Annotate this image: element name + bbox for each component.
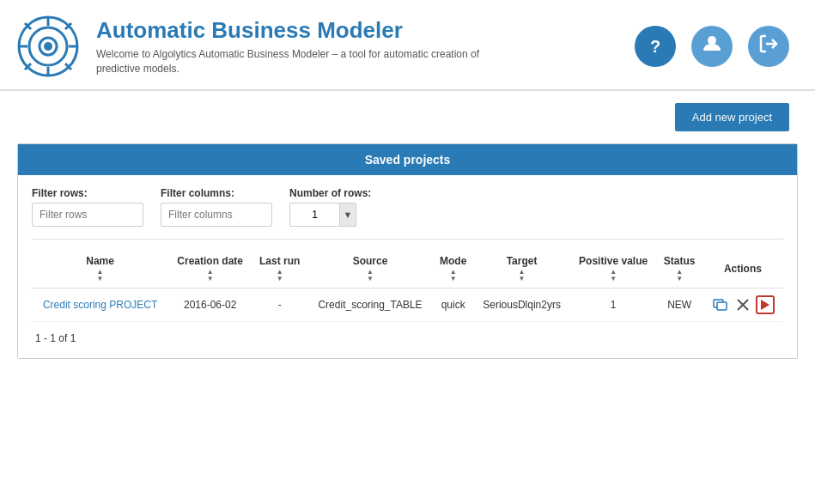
number-rows-dropdown-btn[interactable]: ▼ (339, 203, 356, 227)
panel-title: Saved projects (18, 144, 797, 175)
project-name-link[interactable]: Credit scoring PROJECT (43, 299, 157, 311)
app-title: Automatic Business Modeler (96, 17, 635, 44)
pagination-text: 1 - 1 of 1 (32, 332, 783, 344)
cell-creation-date: 2016-06-02 (168, 288, 252, 322)
cell-status: NEW (657, 288, 702, 322)
sort-positive-value[interactable]: ▲▼ (575, 269, 652, 282)
saved-projects-panel: Saved projects Filter rows: Filter colum… (17, 143, 798, 359)
user-button[interactable] (691, 26, 733, 67)
col-mode: Mode ▲▼ (433, 248, 473, 288)
filter-columns-group: Filter columns: (161, 187, 272, 227)
sort-source[interactable]: ▲▼ (313, 269, 428, 282)
col-source: Source ▲▼ (307, 248, 433, 288)
col-positive-value: Positive value ▲▼ (570, 248, 657, 288)
sort-target[interactable]: ▲▼ (478, 269, 564, 282)
col-actions: Actions (702, 248, 783, 288)
col-creation-date: Creation date ▲▼ (168, 248, 252, 288)
sort-last-run[interactable]: ▲▼ (257, 269, 302, 282)
filter-row: Filter rows: Filter columns: Number of r… (32, 187, 783, 227)
sort-status[interactable]: ▲▼ (662, 269, 697, 282)
number-of-rows-label: Number of rows: (289, 187, 371, 199)
app-subtitle: Welcome to Algolytics Automatic Business… (96, 47, 526, 76)
table-header-row: Name ▲▼ Creation date ▲▼ Last run ▲▼ S (32, 248, 783, 288)
table-divider (32, 239, 783, 240)
cell-mode: quick (433, 288, 473, 322)
filter-columns-input[interactable] (161, 203, 272, 227)
app-logo (17, 15, 79, 77)
cell-last-run: - (252, 288, 307, 322)
app-header: Automatic Business Modeler Welcome to Al… (0, 0, 815, 91)
number-of-rows-group: Number of rows: ▼ (289, 187, 371, 227)
cell-positive-value: 1 (570, 288, 657, 322)
svg-point-11 (44, 42, 52, 51)
filter-rows-label: Filter rows: (32, 187, 143, 199)
header-title-area: Automatic Business Modeler Welcome to Al… (96, 17, 635, 76)
cell-name: Credit scoring PROJECT (32, 288, 168, 322)
cell-actions (702, 288, 783, 322)
col-target: Target ▲▼ (473, 248, 569, 288)
help-button[interactable]: ? (635, 26, 676, 67)
number-rows-wrapper: ▼ (289, 203, 371, 227)
logout-icon (758, 33, 779, 59)
action-icons-group (708, 295, 778, 314)
sort-name[interactable]: ▲▼ (37, 269, 163, 282)
col-last-run: Last run ▲▼ (252, 248, 307, 288)
cell-target: SeriousDlqin2yrs (473, 288, 569, 322)
col-status: Status ▲▼ (657, 248, 702, 288)
filter-rows-group: Filter rows: (32, 187, 143, 227)
run-action-button[interactable] (756, 295, 775, 314)
user-icon (702, 33, 722, 59)
copy-action-button[interactable] (711, 295, 730, 314)
add-new-project-button[interactable]: Add new project (675, 103, 789, 131)
delete-action-button[interactable] (733, 295, 752, 314)
table-row: Credit scoring PROJECT2016-06-02-Credit_… (32, 288, 783, 322)
logo-area (17, 15, 79, 77)
logout-button[interactable] (748, 26, 789, 67)
header-icons: ? (635, 26, 789, 67)
panel-body: Filter rows: Filter columns: Number of r… (18, 175, 797, 358)
col-name: Name ▲▼ (32, 248, 168, 288)
help-icon: ? (650, 37, 660, 57)
svg-marker-18 (761, 300, 769, 310)
toolbar: Add new project (0, 91, 815, 143)
svg-point-12 (708, 36, 716, 45)
svg-rect-15 (717, 302, 727, 310)
filter-rows-input[interactable] (32, 203, 143, 227)
sort-mode[interactable]: ▲▼ (438, 269, 468, 282)
number-of-rows-input[interactable] (289, 203, 339, 227)
sort-creation-date[interactable]: ▲▼ (173, 269, 246, 282)
cell-source: Credit_scoring_TABLE (307, 288, 433, 322)
filter-columns-label: Filter columns: (161, 187, 272, 199)
projects-table: Name ▲▼ Creation date ▲▼ Last run ▲▼ S (32, 248, 783, 322)
